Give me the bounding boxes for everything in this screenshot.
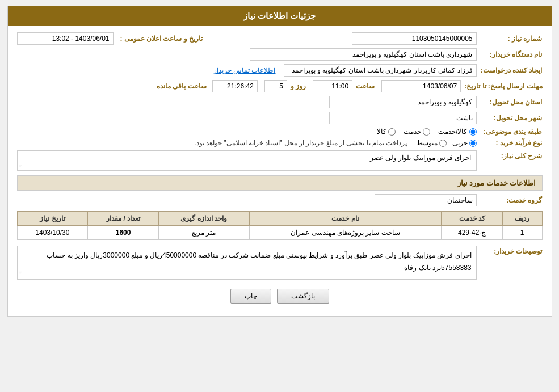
mohlat-label: مهلت ارسال پاسخ: تا تاریخ: [464, 82, 542, 90]
radio-jozii-item: جزیی [452, 139, 477, 147]
radio-motavaset-label: متوسط [417, 139, 438, 147]
name-dastgah-input[interactable] [250, 48, 477, 61]
mohlat-row: مهلت ارسال پاسخ: تا تاریخ: ساعت روز و سا… [17, 80, 543, 92]
tabaghebandi-radios: کالا/خدمت خدمت کالا [377, 128, 476, 136]
mande-input[interactable] [212, 80, 258, 92]
tosihaat-value: اجرای فرش موزاییک بلوار ولی عصر طبق برآو… [47, 251, 471, 272]
radio-khadamat-item: خدمت [404, 128, 430, 136]
radio-jozii-label: جزیی [452, 139, 468, 147]
shomara-niaz-row: شماره نیاز : تاریخ و ساعت اعلان عمومی : [17, 32, 543, 45]
col-kod: کد خدمت [442, 212, 502, 226]
page-header: جزئیات اطلاعات نیاز [8, 6, 552, 26]
print-button[interactable]: چاپ [230, 289, 271, 304]
col-tedad: تعداد / مقدار [88, 212, 159, 226]
tabaghebandi-row: طبقه بندی موضوعی: کالا/خدمت خدمت کالا [17, 128, 543, 136]
tarikh-input[interactable] [381, 80, 461, 92]
name-dastgah-row: نام دستگاه خریدار: [17, 48, 543, 61]
grooh-input[interactable] [375, 194, 477, 206]
noefrayand-radios: جزیی متوسط [417, 139, 477, 147]
bottom-buttons: بازگشت چاپ [17, 289, 543, 304]
sharh-niaz-label: شرح کلی نیاز: [480, 152, 543, 160]
services-section-header: اطلاعات خدمات مورد نیاز [17, 175, 543, 191]
shomara-niaz-label: شماره نیاز : [480, 35, 543, 43]
radio-khadamat-label: خدمت [404, 128, 421, 136]
shahr-row: شهر محل تحویل: [17, 112, 543, 124]
tosihaat-row: توصیحات خریدار: اجرای فرش موزاییک بلوار … [17, 246, 543, 280]
grooh-row: گروه خدمت: [17, 194, 543, 206]
radio-jozii[interactable] [469, 140, 477, 147]
noefrayand-row: نوع فرآیند خرید : جزیی متوسط پرداخت تمام… [17, 139, 543, 147]
radio-kala[interactable] [388, 128, 396, 136]
shomara-niaz-input[interactable] [352, 32, 477, 45]
ostan-label: استان محل تحویل: [480, 98, 543, 106]
tabaghebandi-label: طبقه بندی موضوعی: [480, 128, 543, 136]
rooz-input[interactable] [264, 80, 287, 92]
tarikh-sabt-input[interactable] [17, 32, 114, 45]
page-title: جزئیات اطلاعات نیاز [243, 11, 316, 20]
rooz-label: روز و [291, 82, 306, 90]
radio-kala-khadamat-label: کالا/خدمت [438, 128, 467, 136]
shahr-label: شهر محل تحویل: [480, 114, 543, 122]
shahr-input[interactable] [329, 112, 477, 124]
ijad-konande-label: ایجاد کننده درخواست: [480, 66, 543, 74]
radio-motavaset[interactable] [439, 140, 447, 147]
col-radif: ردیف [502, 212, 542, 226]
col-tarikh: تاریخ نیاز [17, 212, 88, 226]
col-vahed: واحد اندازه گیری [158, 212, 249, 226]
ostan-input[interactable] [329, 96, 477, 108]
radio-khadamat[interactable] [423, 128, 430, 136]
page-container: جزئیات اطلاعات نیاز شماره نیاز : تاریخ و… [7, 6, 552, 317]
ijad-konande-row: ایجاد کننده درخواست: اطلاعات تماس خریدار [17, 64, 543, 77]
services-table: ردیف کد خدمت نام خدمت واحد اندازه گیری ت… [17, 211, 543, 240]
table-row: 1 ج-42-429 ساخت سایر پروژه‌های مهندسی عم… [17, 226, 542, 240]
back-button[interactable]: بازگشت [277, 289, 329, 304]
content-area: شماره نیاز : تاریخ و ساعت اعلان عمومی : … [8, 26, 552, 316]
radio-kala-khadamat[interactable] [469, 128, 477, 136]
radio-kala-item: کالا [377, 128, 396, 136]
tarikh-sabt-label: تاریخ و ساعت اعلان عمومی : [120, 35, 203, 43]
noefrayand-label: نوع فرآیند خرید : [480, 139, 543, 147]
radio-motavaset-item: متوسط [417, 139, 447, 147]
saat-label: ساعت [356, 82, 375, 90]
sharh-niaz-row: شرح کلی نیاز: اجرای فرش موزاییک بلوار ول… [17, 150, 543, 171]
saat-input[interactable] [313, 80, 352, 92]
ostan-row: استان محل تحویل: [17, 96, 543, 108]
grooh-label: گروه خدمت: [480, 196, 543, 204]
sharh-niaz-value: اجرای فرش موزاییک بلوار ولی عصر [370, 154, 472, 162]
noefrayand-note: پرداخت تمام یا بخشی از مبلغ خریدار از مح… [194, 139, 407, 147]
radio-kala-label: کالا [377, 128, 386, 136]
contact-link[interactable]: اطلاعات تماس خریدار [213, 66, 276, 74]
name-dastgah-label: نام دستگاه خریدار: [480, 50, 543, 58]
tosihaat-label: توصیحات خریدار: [480, 247, 543, 255]
radio-kala-khadamat-item: کالا/خدمت [438, 128, 476, 136]
mande-label: ساعت باقی مانده [157, 82, 207, 90]
col-name: نام خدمت [249, 212, 442, 226]
ijad-konande-input[interactable] [284, 64, 477, 77]
